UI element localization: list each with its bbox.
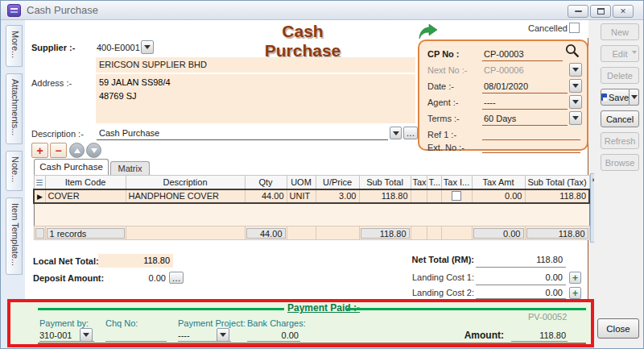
table-row[interactable]: ▶ COVER HANDPHONE COVER 44.00 UNIT 3.00 … [34, 189, 589, 203]
terms-dropdown-button[interactable] [569, 111, 582, 125]
payment-project-dropdown-button[interactable] [217, 328, 229, 342]
next-no-dropdown-button[interactable] [569, 63, 582, 77]
cell-uom[interactable]: UNIT [287, 189, 316, 203]
supplier-code-value[interactable]: 400-E0001 [97, 43, 140, 52]
refresh-button[interactable]: Refresh [601, 132, 639, 149]
cell-tax[interactable] [411, 189, 427, 203]
cp-no-value[interactable]: CP-00003 [484, 49, 524, 59]
button-label: Edit [613, 49, 628, 59]
column-header-sub-total-tax[interactable]: Sub Total (Tax) [525, 176, 589, 189]
search-icon[interactable] [564, 43, 580, 62]
ref1-label: Ref 1 :- [427, 130, 456, 139]
column-header-description[interactable]: Description [126, 176, 245, 189]
tax-inclusive-checkbox[interactable] [452, 191, 461, 201]
agent-label: Agent :- [427, 98, 459, 107]
bank-charges-value[interactable]: 0.00 [247, 330, 299, 340]
footer-sub-total: 118.80 [361, 228, 410, 239]
address-label: Address :- [31, 78, 72, 88]
tab-cash-purchase[interactable]: Cash Purchase [34, 159, 109, 175]
new-button[interactable]: New [601, 23, 639, 40]
deposit-more-button[interactable]: … [169, 272, 184, 284]
landing-cost2-add-button[interactable]: + [569, 287, 581, 299]
cell-item-code[interactable]: COVER [45, 189, 126, 203]
column-header-uprice[interactable]: U/Price [316, 176, 359, 189]
payment-by-dropdown-button[interactable] [80, 328, 93, 342]
chevron-down-icon [631, 95, 638, 99]
column-header-tax-amt[interactable]: Tax Amt [472, 176, 525, 189]
landing-cost2-value[interactable]: 0.00 [477, 288, 563, 297]
payment-voucher-no: PV-00052 [528, 312, 567, 322]
edit-button[interactable]: Edit [601, 45, 639, 62]
landing-cost1-value[interactable]: 0.00 [477, 272, 563, 282]
date-value[interactable]: 08/01/2020 [484, 81, 528, 91]
description-dropdown-button[interactable] [390, 127, 402, 139]
cell-sub-total[interactable]: 118.80 [359, 189, 411, 203]
items-grid: ☰ Item Code Description Qty UOM U/Price … [33, 175, 588, 240]
payment-divider-line [38, 308, 284, 310]
supplier-label: Supplier :- [31, 43, 75, 52]
sidebar-tab-attachments[interactable]: Attachments... [6, 73, 23, 144]
close-button[interactable]: Close [597, 318, 639, 339]
terms-value[interactable]: 60 Days [484, 114, 516, 123]
description-label: Description :- [31, 129, 84, 139]
landing-cost1-add-button[interactable]: + [569, 272, 581, 284]
grid-menu-button[interactable]: ☰ [34, 176, 45, 189]
save-button[interactable]: Save [601, 89, 630, 106]
payment-project-value[interactable]: ---- [178, 330, 190, 340]
chevron-down-icon [393, 131, 399, 135]
cancelled-checkbox[interactable] [569, 23, 580, 33]
address-line-2: 48769 SJ [99, 89, 412, 103]
save-dropdown-button[interactable] [630, 89, 639, 106]
ellipsis-icon: … [172, 273, 181, 283]
button-label: Browse [605, 158, 635, 168]
browse-button[interactable]: Browse [601, 154, 639, 171]
add-row-button[interactable]: + [31, 143, 48, 158]
grid-empty-area [34, 203, 589, 226]
column-header-tax[interactable]: Tax [411, 176, 427, 189]
sidebar-tab-item-template[interactable]: Item Template... [6, 197, 23, 275]
maximize-button[interactable] [590, 5, 611, 18]
description-more-button[interactable]: … [403, 127, 418, 139]
date-dropdown-button[interactable] [569, 79, 582, 93]
move-row-down-button[interactable] [86, 143, 101, 158]
remove-row-button[interactable]: − [50, 143, 67, 158]
move-row-up-button[interactable] [69, 143, 85, 158]
deposit-amount-value[interactable]: 0.00 [118, 273, 166, 283]
sidebar-tab-more[interactable]: More... [6, 25, 23, 67]
supplier-name-field[interactable]: ERICSON SUPPLIER BHD [96, 57, 415, 73]
cell-qty[interactable]: 44.00 [245, 189, 287, 203]
close-window-button[interactable]: ✕ [613, 5, 634, 18]
minimize-button[interactable] [568, 5, 588, 18]
cell-t[interactable] [427, 189, 441, 203]
cell-tax-amt[interactable]: 0.00 [472, 189, 525, 203]
cash-purchase-window: Cash Purchase ✕ More... Attachments... N… [0, 0, 644, 349]
tab-matrix[interactable]: Matrix [110, 161, 150, 175]
amount-label: Amount: [440, 330, 504, 341]
sidebar-tab-label: More... [10, 31, 20, 58]
agent-dropdown-button[interactable] [569, 95, 582, 109]
grid-menu-icon: ☰ [36, 178, 43, 187]
column-header-sub-total[interactable]: Sub Total [359, 176, 411, 189]
payment-by-value[interactable]: 310-001 [39, 330, 72, 340]
button-label: Save [609, 93, 629, 102]
address-field[interactable]: 59 JALAN SS98/4 48769 SJ [96, 74, 415, 123]
minimize-icon [575, 10, 582, 12]
cell-uprice[interactable]: 3.00 [316, 189, 359, 203]
sidebar-tab-note[interactable]: Note... [6, 151, 23, 191]
description-value[interactable]: Cash Purchase [99, 128, 159, 138]
cell-description[interactable]: HANDPHONE COVER [126, 189, 245, 203]
sidebar-tab-label: Note... [10, 156, 20, 182]
column-header-tax-inclusive[interactable]: Tax I... [441, 176, 472, 189]
agent-value[interactable]: ---- [484, 98, 496, 107]
supplier-dropdown-button[interactable] [141, 40, 154, 54]
amount-value[interactable]: 118.80 [511, 330, 566, 340]
column-header-qty[interactable]: Qty [245, 176, 287, 189]
column-header-t[interactable]: T... [427, 176, 441, 189]
delete-button[interactable]: Delete [601, 67, 639, 84]
column-header-item-code[interactable]: Item Code [45, 176, 126, 189]
cell-sub-total-tax[interactable]: 118.80 [525, 189, 589, 203]
cancel-button[interactable]: Cancel [601, 110, 639, 127]
column-header-uom[interactable]: UOM [287, 176, 316, 189]
close-icon: ✕ [620, 7, 626, 15]
cell-tax-inclusive[interactable] [441, 189, 472, 203]
